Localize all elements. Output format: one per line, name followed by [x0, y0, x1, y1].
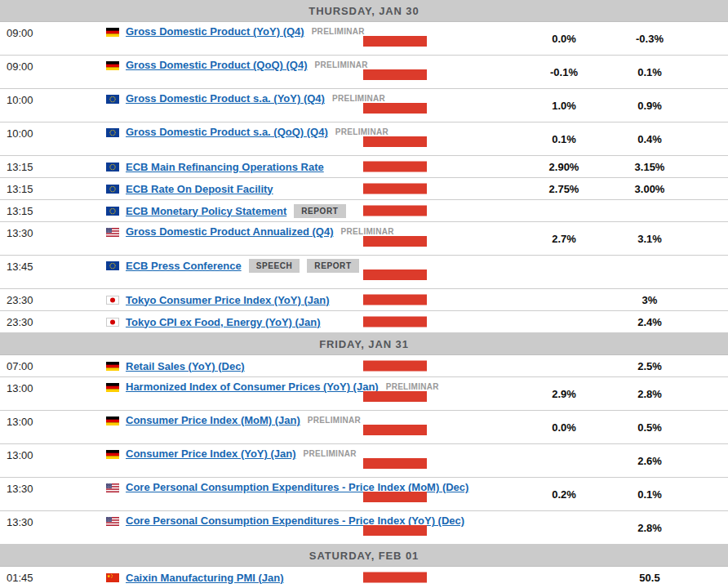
- event-row: 23:30Tokyo CPI ex Food, Energy (YoY) (Ja…: [0, 311, 728, 333]
- event-time: 13:30: [0, 478, 106, 495]
- event-link[interactable]: Gross Domestic Product (YoY) (Q4): [126, 25, 304, 38]
- event-link[interactable]: Consumer Price Index (MoM) (Jan): [126, 414, 300, 426]
- preliminary-tag: PRELIMINAR: [332, 94, 385, 103]
- value-col-2: 3%: [606, 294, 694, 306]
- event-cell: Retail Sales (YoY) (Dec): [126, 360, 522, 372]
- value-col-1: 0.0%: [522, 421, 606, 434]
- japan-flag-icon: [106, 318, 126, 327]
- value-col-1: 0.1%: [522, 133, 606, 145]
- report-badge[interactable]: REPORT: [294, 204, 345, 218]
- event-row: 13:30Gross Domestic Product Annualized (…: [0, 222, 728, 256]
- event-time: 13:00: [0, 411, 106, 428]
- event-link[interactable]: ECB Press Conference: [126, 260, 242, 272]
- event-time: 10:00: [0, 122, 106, 140]
- event-link[interactable]: Harmonized Index of Consumer Prices (YoY…: [126, 381, 379, 393]
- event-link[interactable]: ECB Main Refinancing Operations Rate: [126, 161, 324, 173]
- event-link[interactable]: Gross Domestic Product Annualized (Q4): [126, 225, 334, 238]
- event-cell: Core Personal Consumption Expenditures -…: [126, 478, 522, 493]
- event-link[interactable]: Consumer Price Index (YoY) (Jan): [126, 448, 296, 460]
- value-col-2: 3.00%: [606, 183, 694, 195]
- european-union-flag-icon: [106, 207, 126, 216]
- event-time: 23:30: [0, 316, 106, 328]
- event-time: 23:30: [0, 294, 106, 306]
- volatility-bar: [363, 572, 427, 583]
- speech-badge[interactable]: SPEECH: [249, 259, 300, 273]
- event-row: 23:30Tokyo Consumer Price Index (YoY) (J…: [0, 289, 728, 311]
- event-cell: Caixin Manufacturing PMI (Jan): [126, 572, 522, 584]
- preliminary-tag: PRELIMINAR: [304, 449, 357, 458]
- event-row: 13:15ECB Monetary Policy StatementREPORT: [0, 200, 728, 222]
- preliminary-tag: PRELIMINAR: [314, 60, 367, 69]
- event-row: 13:30Core Personal Consumption Expenditu…: [0, 511, 728, 545]
- event-time: 13:30: [0, 222, 106, 239]
- event-link[interactable]: ECB Rate On Deposit Facility: [126, 183, 273, 195]
- report-badge[interactable]: REPORT: [307, 259, 358, 273]
- volatility-bar: [363, 458, 427, 469]
- event-cell: Harmonized Index of Consumer Prices (YoY…: [126, 377, 522, 393]
- volatility-bar: [363, 525, 427, 536]
- volatility-bar: [363, 162, 427, 172]
- event-time: 13:45: [0, 256, 106, 273]
- value-col-1: 2.75%: [522, 183, 606, 195]
- event-time: 10:00: [0, 89, 106, 106]
- european-union-flag-icon: [106, 89, 126, 104]
- event-row: 10:00Gross Domestic Product s.a. (QoQ) (…: [0, 122, 728, 156]
- volatility-bar: [363, 103, 427, 114]
- event-cell: Consumer Price Index (YoY) (Jan)PRELIMIN…: [126, 444, 522, 460]
- germany-flag-icon: [106, 411, 126, 425]
- european-union-flag-icon: [106, 122, 126, 137]
- event-row: 01:45Caixin Manufacturing PMI (Jan)50.5: [0, 567, 728, 588]
- event-cell: Gross Domestic Product (QoQ) (Q4)PRELIMI…: [126, 56, 522, 71]
- preliminary-tag: PRELIMINAR: [386, 382, 439, 391]
- event-link[interactable]: Tokyo Consumer Price Index (YoY) (Jan): [126, 294, 329, 306]
- volatility-bar: [363, 206, 427, 216]
- germany-flag-icon: [106, 56, 126, 70]
- event-link[interactable]: ECB Monetary Policy Statement: [126, 205, 286, 217]
- volatility-bar: [363, 317, 427, 327]
- event-row: 13:15ECB Rate On Deposit Facility2.75%3.…: [0, 178, 728, 200]
- value-col-1: 2.90%: [522, 161, 606, 173]
- event-link[interactable]: Gross Domestic Product (QoQ) (Q4): [126, 59, 307, 71]
- event-row: 07:00Retail Sales (YoY) (Dec)2.5%: [0, 355, 728, 377]
- value-col-2: 0.4%: [606, 133, 694, 145]
- event-cell: Gross Domestic Product (YoY) (Q4)PRELIMI…: [126, 22, 522, 38]
- european-union-flag-icon: [106, 256, 126, 270]
- value-col-1: -0.1%: [522, 66, 606, 78]
- event-cell: ECB Press ConferenceSPEECHREPORT: [126, 256, 522, 273]
- volatility-bar: [363, 492, 427, 502]
- event-link[interactable]: Retail Sales (YoY) (Dec): [126, 360, 245, 372]
- event-link[interactable]: Gross Domestic Product s.a. (YoY) (Q4): [126, 92, 325, 105]
- china-flag-icon: [106, 573, 126, 582]
- volatility-bar: [363, 295, 427, 305]
- value-col-2: 2.8%: [606, 388, 694, 400]
- germany-flag-icon: [106, 22, 126, 37]
- event-time: 13:15: [0, 161, 106, 173]
- event-time: 13:15: [0, 205, 106, 217]
- value-col-1: 0.0%: [522, 33, 606, 45]
- value-col-2: 2.5%: [606, 360, 694, 372]
- germany-flag-icon: [106, 444, 126, 459]
- event-link[interactable]: Tokyo CPI ex Food, Energy (YoY) (Jan): [126, 316, 321, 328]
- volatility-bar: [363, 391, 427, 402]
- value-col-2: 2.6%: [606, 455, 694, 467]
- value-col-2: 3.1%: [606, 233, 694, 245]
- volatility-bar: [363, 425, 427, 435]
- united-states-flag-icon: [106, 222, 126, 237]
- day-header: THURSDAY, JAN 30: [0, 0, 728, 22]
- value-col-1: 2.7%: [522, 233, 606, 245]
- event-time: 13:00: [0, 377, 106, 394]
- event-time: 13:15: [0, 183, 106, 195]
- preliminary-tag: PRELIMINAR: [335, 127, 388, 136]
- event-cell: ECB Rate On Deposit Facility: [126, 183, 522, 195]
- volatility-bar: [363, 69, 427, 80]
- preliminary-tag: PRELIMINAR: [308, 416, 361, 425]
- value-col-2: 0.1%: [606, 488, 694, 501]
- event-cell: ECB Main Refinancing Operations Rate: [126, 161, 522, 173]
- event-time: 07:00: [0, 360, 106, 372]
- event-time: 01:45: [0, 572, 106, 584]
- event-link[interactable]: Caixin Manufacturing PMI (Jan): [126, 572, 284, 584]
- event-link[interactable]: Gross Domestic Product s.a. (QoQ) (Q4): [126, 126, 328, 138]
- event-time: 13:00: [0, 444, 106, 461]
- event-cell: Tokyo CPI ex Food, Energy (YoY) (Jan): [126, 316, 522, 328]
- event-row: 09:00Gross Domestic Product (YoY) (Q4)PR…: [0, 22, 728, 56]
